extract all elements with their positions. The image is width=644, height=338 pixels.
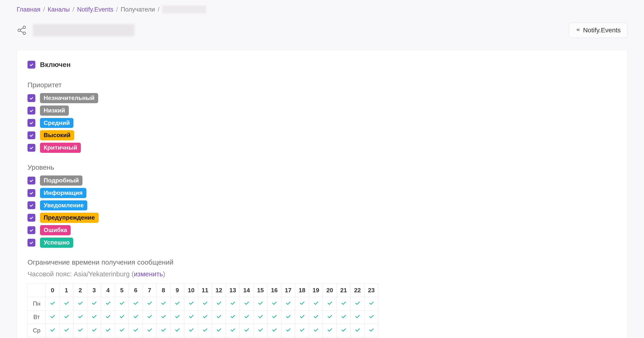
schedule-hour-header[interactable]: 16: [268, 284, 281, 297]
schedule-cell[interactable]: [226, 310, 240, 324]
schedule-cell[interactable]: [87, 310, 101, 324]
schedule-hour-header[interactable]: 22: [351, 284, 364, 297]
schedule-cell[interactable]: [74, 297, 87, 310]
schedule-cell[interactable]: [240, 310, 254, 324]
schedule-cell[interactable]: [226, 324, 240, 337]
schedule-cell[interactable]: [268, 324, 281, 337]
schedule-cell[interactable]: [115, 324, 129, 337]
schedule-cell[interactable]: [337, 324, 351, 337]
schedule-hour-header[interactable]: 11: [198, 284, 212, 297]
schedule-cell[interactable]: [323, 297, 337, 310]
schedule-cell[interactable]: [212, 310, 226, 324]
schedule-cell[interactable]: [184, 310, 198, 324]
schedule-hour-header[interactable]: 0: [46, 284, 60, 297]
breadcrumb-home[interactable]: Главная: [17, 6, 40, 13]
breadcrumb-channels[interactable]: Каналы: [48, 6, 70, 13]
schedule-cell[interactable]: [198, 324, 212, 337]
schedule-hour-header[interactable]: 20: [323, 284, 337, 297]
schedule-cell[interactable]: [129, 310, 143, 324]
schedule-cell[interactable]: [281, 337, 295, 338]
schedule-cell[interactable]: [364, 297, 378, 310]
schedule-cell[interactable]: [184, 324, 198, 337]
schedule-cell[interactable]: [115, 337, 129, 338]
schedule-hour-header[interactable]: 2: [74, 284, 87, 297]
schedule-cell[interactable]: [351, 324, 364, 337]
schedule-cell[interactable]: [212, 337, 226, 338]
schedule-cell[interactable]: [129, 337, 143, 338]
schedule-cell[interactable]: [323, 337, 337, 338]
level-item-checkbox[interactable]: [28, 177, 35, 184]
schedule-hour-header[interactable]: 19: [309, 284, 323, 297]
schedule-hour-header[interactable]: 3: [87, 284, 101, 297]
schedule-cell[interactable]: [309, 297, 323, 310]
schedule-cell[interactable]: [295, 324, 309, 337]
schedule-hour-header[interactable]: 14: [240, 284, 254, 297]
schedule-cell[interactable]: [156, 324, 170, 337]
schedule-cell[interactable]: [323, 324, 337, 337]
schedule-hour-header[interactable]: 7: [143, 284, 156, 297]
schedule-cell[interactable]: [46, 310, 60, 324]
schedule-cell[interactable]: [74, 324, 87, 337]
schedule-cell[interactable]: [351, 337, 364, 338]
schedule-cell[interactable]: [143, 310, 156, 324]
schedule-cell[interactable]: [60, 310, 74, 324]
schedule-cell[interactable]: [170, 324, 184, 337]
schedule-cell[interactable]: [268, 337, 281, 338]
level-item-checkbox[interactable]: [28, 226, 35, 234]
schedule-cell[interactable]: [364, 310, 378, 324]
schedule-cell[interactable]: [60, 324, 74, 337]
schedule-cell[interactable]: [364, 337, 378, 338]
schedule-cell[interactable]: [101, 310, 115, 324]
schedule-cell[interactable]: [364, 324, 378, 337]
schedule-cell[interactable]: [240, 324, 254, 337]
schedule-cell[interactable]: [156, 310, 170, 324]
schedule-cell[interactable]: [309, 337, 323, 338]
schedule-cell[interactable]: [226, 297, 240, 310]
schedule-hour-header[interactable]: 15: [254, 284, 268, 297]
schedule-cell[interactable]: [101, 337, 115, 338]
schedule-cell[interactable]: [74, 337, 87, 338]
level-item-checkbox[interactable]: [28, 239, 35, 247]
schedule-cell[interactable]: [240, 337, 254, 338]
schedule-cell[interactable]: [212, 324, 226, 337]
schedule-cell[interactable]: [351, 297, 364, 310]
schedule-hour-header[interactable]: 6: [129, 284, 143, 297]
schedule-cell[interactable]: [129, 297, 143, 310]
schedule-cell[interactable]: [295, 310, 309, 324]
schedule-hour-header[interactable]: 17: [281, 284, 295, 297]
schedule-cell[interactable]: [46, 324, 60, 337]
schedule-cell[interactable]: [143, 337, 156, 338]
schedule-hour-header[interactable]: 4: [101, 284, 115, 297]
level-item-checkbox[interactable]: [28, 214, 35, 222]
schedule-cell[interactable]: [87, 324, 101, 337]
schedule-cell[interactable]: [226, 337, 240, 338]
schedule-cell[interactable]: [198, 297, 212, 310]
schedule-hour-header[interactable]: 23: [364, 284, 378, 297]
schedule-hour-header[interactable]: 12: [212, 284, 226, 297]
schedule-hour-header[interactable]: 1: [60, 284, 74, 297]
schedule-day-label[interactable]: Пн: [28, 297, 46, 310]
schedule-cell[interactable]: [323, 310, 337, 324]
schedule-cell[interactable]: [254, 297, 268, 310]
schedule-hour-header[interactable]: 10: [184, 284, 198, 297]
schedule-cell[interactable]: [46, 337, 60, 338]
schedule-cell[interactable]: [87, 297, 101, 310]
schedule-cell[interactable]: [254, 310, 268, 324]
schedule-day-label[interactable]: Вт: [28, 310, 46, 324]
schedule-hour-header[interactable]: 21: [337, 284, 351, 297]
schedule-cell[interactable]: [184, 337, 198, 338]
schedule-cell[interactable]: [309, 310, 323, 324]
schedule-cell[interactable]: [156, 337, 170, 338]
schedule-cell[interactable]: [295, 297, 309, 310]
schedule-cell[interactable]: [129, 324, 143, 337]
enabled-checkbox[interactable]: [28, 61, 35, 68]
schedule-cell[interactable]: [170, 297, 184, 310]
breadcrumb-notify[interactable]: Notify.Events: [77, 6, 114, 13]
schedule-cell[interactable]: [143, 324, 156, 337]
priority-item-checkbox[interactable]: [28, 94, 35, 102]
priority-item-checkbox[interactable]: [28, 119, 35, 127]
schedule-hour-header[interactable]: 8: [156, 284, 170, 297]
schedule-cell[interactable]: [281, 297, 295, 310]
schedule-cell[interactable]: [143, 297, 156, 310]
schedule-day-label[interactable]: Чт: [28, 337, 46, 338]
